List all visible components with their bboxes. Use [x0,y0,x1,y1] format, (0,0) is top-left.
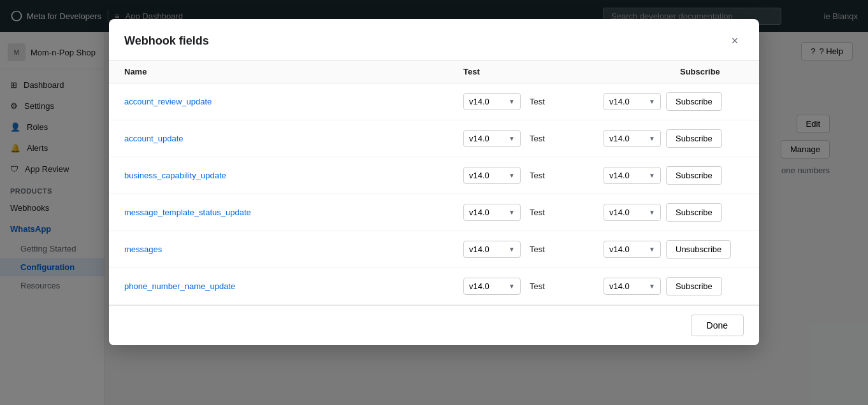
modal-footer: Done [109,305,759,345]
subscribe-col-5: v14.0 ▼ Subscribe [604,277,744,295]
col-subscribe-header: Subscribe [604,67,744,76]
test-button-1[interactable]: Test [526,131,549,146]
subscribe-col-3: v14.0 ▼ Subscribe [604,203,744,222]
subscribe-col-2: v14.0 ▼ Subscribe [604,166,744,185]
table-row: account_update v14.0 ▼ Test v14.0 ▼ Subs… [109,120,759,157]
table-header: Name Test Subscribe [109,60,759,83]
dropdown-arrow-icon: ▼ [509,283,515,290]
subscribe-version-select-5[interactable]: v14.0 ▼ [604,278,661,295]
subscribe-col-4: v14.0 ▼ Unsubscribe [604,240,744,259]
subscribe-version-select-0[interactable]: v14.0 ▼ [604,93,661,110]
done-button[interactable]: Done [691,315,744,336]
test-version-value-2: v14.0 [469,171,489,180]
test-col-4: v14.0 ▼ Test [463,241,604,258]
subscribe-button-0[interactable]: Subscribe [666,92,722,111]
subscribe-button-1[interactable]: Subscribe [666,129,722,148]
subscribe-version-value-4: v14.0 [609,245,630,254]
unsubscribe-button-4[interactable]: Unsubscribe [666,240,731,259]
field-name-2[interactable]: business_capability_update [124,171,463,180]
dropdown-arrow-icon: ▼ [509,98,515,105]
field-name-5[interactable]: phone_number_name_update [124,281,463,291]
dropdown-arrow-icon: ▼ [509,135,515,142]
subscribe-version-value-1: v14.0 [609,134,630,143]
test-col-3: v14.0 ▼ Test [463,204,604,221]
test-version-select-2[interactable]: v14.0 ▼ [463,167,521,184]
subscribe-version-select-1[interactable]: v14.0 ▼ [604,130,661,147]
modal-overlay: Webhook fields × Name Test Subscribe acc… [0,0,868,405]
subscribe-version-value-0: v14.0 [609,97,630,106]
field-name-3[interactable]: message_template_status_update [124,208,463,217]
subscribe-col-0: v14.0 ▼ Subscribe [604,92,744,111]
webhook-fields-modal: Webhook fields × Name Test Subscribe acc… [109,19,759,345]
test-button-5[interactable]: Test [526,278,549,294]
subscribe-version-select-3[interactable]: v14.0 ▼ [604,204,661,221]
test-version-value-5: v14.0 [469,281,489,291]
modal-header: Webhook fields × [109,19,759,60]
test-col-1: v14.0 ▼ Test [463,130,604,147]
dropdown-arrow-icon: ▼ [509,246,515,253]
col-test-header: Test [463,67,604,76]
test-version-select-4[interactable]: v14.0 ▼ [463,241,521,258]
dropdown-arrow-icon: ▼ [509,209,515,216]
subscribe-version-value-5: v14.0 [609,281,630,291]
test-version-select-5[interactable]: v14.0 ▼ [463,278,521,295]
test-col-5: v14.0 ▼ Test [463,278,604,295]
table-row: account_review_update v14.0 ▼ Test v14.0… [109,83,759,120]
modal-close-button[interactable]: × [726,32,744,50]
subscribe-button-2[interactable]: Subscribe [666,166,722,185]
test-button-2[interactable]: Test [526,167,549,183]
dropdown-arrow-icon: ▼ [649,246,655,253]
test-col-2: v14.0 ▼ Test [463,167,604,184]
table-row: phone_number_name_update v14.0 ▼ Test v1… [109,268,759,305]
field-name-1[interactable]: account_update [124,134,463,143]
test-button-3[interactable]: Test [526,204,549,220]
table-row: business_capability_update v14.0 ▼ Test … [109,157,759,194]
test-button-4[interactable]: Test [526,241,549,257]
subscribe-version-select-4[interactable]: v14.0 ▼ [604,241,661,258]
modal-title: Webhook fields [124,34,209,48]
dropdown-arrow-icon: ▼ [649,172,655,179]
subscribe-button-3[interactable]: Subscribe [666,203,722,222]
field-name-4[interactable]: messages [124,245,463,254]
test-version-select-1[interactable]: v14.0 ▼ [463,130,521,147]
table-row: message_template_status_update v14.0 ▼ T… [109,194,759,231]
test-col-0: v14.0 ▼ Test [463,93,604,110]
col-name-header: Name [124,67,463,76]
dropdown-arrow-icon: ▼ [649,135,655,142]
webhook-fields-table: account_review_update v14.0 ▼ Test v14.0… [109,83,759,305]
subscribe-version-value-3: v14.0 [609,208,630,217]
test-version-value-3: v14.0 [469,208,489,217]
test-button-0[interactable]: Test [526,94,549,110]
dropdown-arrow-icon: ▼ [509,172,515,179]
dropdown-arrow-icon: ▼ [649,283,655,290]
subscribe-col-1: v14.0 ▼ Subscribe [604,129,744,148]
table-row: messages v14.0 ▼ Test v14.0 ▼ Unsubscrib… [109,231,759,268]
test-version-select-0[interactable]: v14.0 ▼ [463,93,521,110]
dropdown-arrow-icon: ▼ [649,209,655,216]
test-version-value-4: v14.0 [469,245,489,254]
field-name-0[interactable]: account_review_update [124,97,463,106]
test-version-value-0: v14.0 [469,97,489,106]
subscribe-button-5[interactable]: Subscribe [666,277,722,295]
subscribe-version-select-2[interactable]: v14.0 ▼ [604,167,661,184]
test-version-select-3[interactable]: v14.0 ▼ [463,204,521,221]
test-version-value-1: v14.0 [469,134,489,143]
subscribe-version-value-2: v14.0 [609,171,630,180]
dropdown-arrow-icon: ▼ [649,98,655,105]
